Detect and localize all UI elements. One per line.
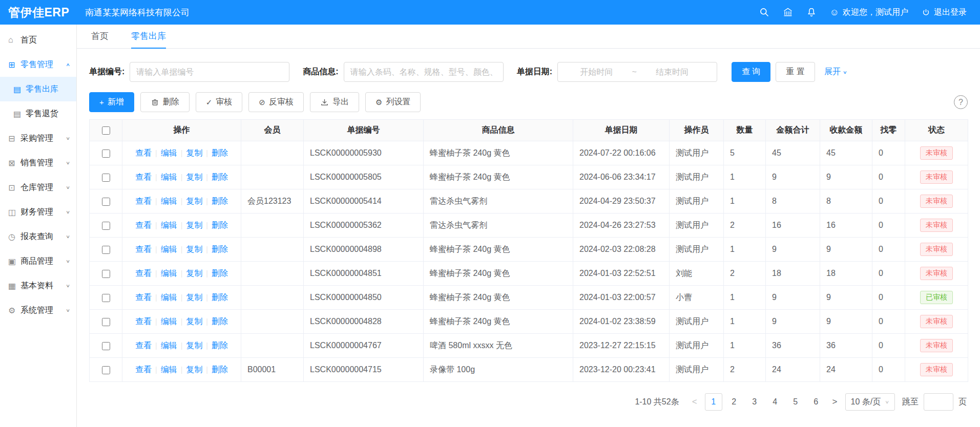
- goods-input[interactable]: [344, 62, 504, 82]
- edit-link[interactable]: 编辑: [161, 317, 177, 326]
- sidebar-item-retail-management[interactable]: ⊞零售管理∧: [0, 52, 76, 77]
- copy-link[interactable]: 复制: [186, 221, 202, 229]
- row-checkbox[interactable]: [102, 294, 110, 302]
- delete-button[interactable]: 删除: [140, 92, 190, 112]
- sidebar-item-basic-data[interactable]: ▦基本资料∨: [0, 273, 76, 298]
- view-link[interactable]: 查看: [135, 365, 152, 374]
- row-checkbox[interactable]: [102, 198, 110, 206]
- sidebar-subitem-retail-return[interactable]: ▤零售退货: [0, 101, 76, 126]
- copy-link[interactable]: 复制: [186, 148, 202, 157]
- view-link[interactable]: 查看: [135, 245, 152, 253]
- page-number-5[interactable]: 5: [787, 393, 804, 411]
- add-button[interactable]: + 新增: [89, 92, 134, 112]
- page-size-select[interactable]: 10 条/页 ∨: [845, 393, 895, 411]
- organization-icon[interactable]: [783, 7, 793, 17]
- sidebar-item-goods-management[interactable]: ▣商品管理∨: [0, 249, 76, 273]
- sidebar-item-purchase-management[interactable]: ⊟采购管理∨: [0, 126, 76, 151]
- delete-link[interactable]: 删除: [212, 221, 228, 229]
- delete-link[interactable]: 删除: [212, 148, 228, 157]
- copy-link[interactable]: 复制: [186, 365, 202, 374]
- logout-button[interactable]: 退出登录: [922, 7, 967, 18]
- tab-retail-outbound[interactable]: 零售出库: [131, 25, 166, 49]
- edit-link[interactable]: 编辑: [161, 245, 177, 253]
- audit-button[interactable]: ✓ 审核: [196, 92, 243, 112]
- delete-link[interactable]: 删除: [212, 269, 228, 277]
- table-row[interactable]: 查看|编辑|复制|删除LSCK00000005362雷达杀虫气雾剂2024-04…: [90, 214, 968, 238]
- view-link[interactable]: 查看: [135, 317, 152, 326]
- delete-link[interactable]: 删除: [212, 317, 228, 326]
- edit-link[interactable]: 编辑: [161, 197, 177, 205]
- end-date-input[interactable]: [639, 68, 706, 77]
- tab-home[interactable]: 首页: [91, 25, 109, 49]
- reset-button[interactable]: 重 置: [776, 62, 815, 82]
- delete-link[interactable]: 删除: [212, 173, 228, 181]
- view-link[interactable]: 查看: [135, 221, 152, 229]
- table-row[interactable]: 查看|编辑|复制|删除LSCK00000004850蜂蜜柚子茶 240g 黄色2…: [90, 286, 968, 310]
- page-number-6[interactable]: 6: [807, 393, 825, 411]
- table-row[interactable]: 查看|编辑|复制|删除LSCK00000005930蜂蜜柚子茶 240g 黄色2…: [90, 141, 968, 165]
- edit-link[interactable]: 编辑: [161, 341, 177, 350]
- row-checkbox[interactable]: [102, 150, 110, 158]
- page-number-1[interactable]: 1: [705, 393, 722, 411]
- copy-link[interactable]: 复制: [186, 269, 202, 277]
- notification-bell-icon[interactable]: [806, 7, 817, 17]
- sidebar-item-sales-management[interactable]: ⊠销售管理∨: [0, 151, 76, 175]
- view-link[interactable]: 查看: [135, 341, 152, 350]
- view-link[interactable]: 查看: [135, 293, 152, 302]
- copy-link[interactable]: 复制: [186, 197, 202, 205]
- table-row[interactable]: 查看|编辑|复制|删除LSCK00000004828蜂蜜柚子茶 240g 黄色2…: [90, 310, 968, 334]
- next-page-button[interactable]: >: [830, 397, 840, 407]
- export-button[interactable]: 导出: [310, 92, 359, 112]
- view-link[interactable]: 查看: [135, 269, 152, 277]
- page-number-3[interactable]: 3: [746, 393, 763, 411]
- edit-link[interactable]: 编辑: [161, 148, 177, 157]
- row-checkbox[interactable]: [102, 222, 110, 230]
- row-checkbox[interactable]: [102, 246, 110, 254]
- edit-link[interactable]: 编辑: [161, 269, 177, 277]
- edit-link[interactable]: 编辑: [161, 221, 177, 229]
- page-number-2[interactable]: 2: [725, 393, 743, 411]
- view-link[interactable]: 查看: [135, 173, 152, 181]
- sidebar-item-warehouse-management[interactable]: ⊡仓库管理∨: [0, 175, 76, 200]
- sidebar-subitem-retail-outbound[interactable]: ▤零售出库: [0, 77, 76, 101]
- table-row[interactable]: 查看|编辑|复制|删除LSCK00000004767啤酒 580ml xxsxx…: [90, 334, 968, 358]
- welcome-user[interactable]: ☺ 欢迎您，测试用户: [830, 7, 908, 18]
- copy-link[interactable]: 复制: [186, 173, 202, 181]
- expand-link[interactable]: 展开 ∨: [824, 67, 847, 77]
- sidebar-item-home[interactable]: ⌂首页: [0, 28, 76, 52]
- table-row[interactable]: 查看|编辑|复制|删除B00001LSCK00000004715录像带 100g…: [90, 358, 968, 382]
- prev-page-button[interactable]: <: [690, 397, 700, 407]
- column-settings-button[interactable]: ⚙ 列设置: [365, 92, 421, 112]
- delete-link[interactable]: 删除: [212, 365, 228, 374]
- search-button[interactable]: 查 询: [732, 62, 770, 82]
- edit-link[interactable]: 编辑: [161, 365, 177, 374]
- row-checkbox[interactable]: [102, 342, 110, 350]
- table-row[interactable]: 查看|编辑|复制|删除LSCK00000005805蜂蜜柚子茶 240g 黄色2…: [90, 165, 968, 189]
- row-checkbox[interactable]: [102, 366, 110, 374]
- copy-link[interactable]: 复制: [186, 341, 202, 350]
- delete-link[interactable]: 删除: [212, 197, 228, 205]
- date-range-picker[interactable]: ~: [557, 62, 717, 82]
- select-all-checkbox[interactable]: [102, 126, 110, 135]
- search-icon[interactable]: [759, 7, 769, 17]
- row-checkbox[interactable]: [102, 270, 110, 278]
- row-checkbox[interactable]: [102, 318, 110, 326]
- copy-link[interactable]: 复制: [186, 317, 202, 326]
- copy-link[interactable]: 复制: [186, 245, 202, 253]
- unaudit-button[interactable]: ⊘ 反审核: [248, 92, 304, 112]
- copy-link[interactable]: 复制: [186, 293, 202, 302]
- view-link[interactable]: 查看: [135, 148, 152, 157]
- row-checkbox[interactable]: [102, 174, 110, 182]
- edit-link[interactable]: 编辑: [161, 293, 177, 302]
- page-number-4[interactable]: 4: [766, 393, 784, 411]
- view-link[interactable]: 查看: [135, 197, 152, 205]
- table-row[interactable]: 查看|编辑|复制|删除LSCK00000004851蜂蜜柚子茶 240g 黄色2…: [90, 262, 968, 286]
- docno-input[interactable]: [130, 62, 289, 82]
- help-icon[interactable]: ?: [954, 95, 968, 109]
- edit-link[interactable]: 编辑: [161, 173, 177, 181]
- sidebar-item-finance-management[interactable]: ◫财务管理∨: [0, 200, 76, 224]
- delete-link[interactable]: 删除: [212, 245, 228, 253]
- table-row[interactable]: 查看|编辑|复制|删除会员123123LSCK00000005414雷达杀虫气雾…: [90, 189, 968, 214]
- sidebar-item-system-management[interactable]: ⚙系统管理∨: [0, 298, 76, 323]
- delete-link[interactable]: 删除: [212, 341, 228, 350]
